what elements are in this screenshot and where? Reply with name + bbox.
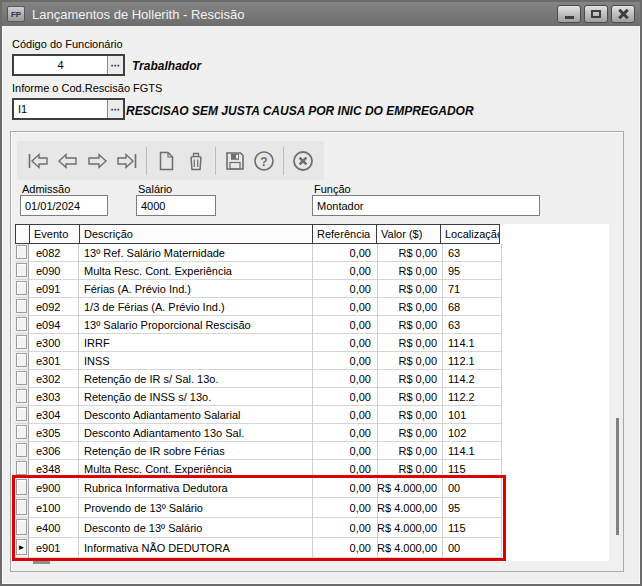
table-row[interactable]: e08213º Ref. Salário Maternidade0,00R$ 0… [15, 244, 609, 262]
cancel-button[interactable] [288, 146, 318, 176]
cell-referencia[interactable]: 0,00 [313, 460, 378, 478]
column-header-descricao[interactable]: Descrição [79, 224, 313, 244]
salario-input[interactable]: 4000 [136, 195, 216, 216]
cell-descricao[interactable]: Informativa NÃO DEDUTORA [79, 538, 313, 558]
cell-descricao[interactable]: INSS [79, 352, 313, 370]
cell-evento[interactable]: e301 [29, 352, 79, 370]
cell-valor[interactable]: R$ 0,00 [378, 244, 443, 262]
table-row[interactable]: e900Rubrica Informativa Dedutora0,00R$ 4… [15, 478, 609, 498]
table-row[interactable]: e302Retenção de IR s/ Sal. 13o.0,00R$ 0,… [15, 370, 609, 388]
table-row[interactable]: e348Multa Resc. Cont. Experiência0,00R$ … [15, 460, 609, 478]
minimize-button[interactable] [557, 5, 581, 23]
cell-evento[interactable]: e306 [29, 442, 79, 460]
cell-localizacao[interactable]: 112.2 [443, 388, 502, 406]
cell-referencia[interactable]: 0,00 [313, 370, 378, 388]
cell-referencia[interactable]: 0,00 [313, 316, 378, 334]
codigo-funcionario-field[interactable]: 4 ⋯ [12, 54, 125, 76]
last-record-button[interactable] [112, 146, 142, 176]
column-header-evento[interactable]: Evento [29, 224, 80, 244]
cell-valor[interactable]: R$ 0,00 [378, 316, 443, 334]
cell-localizacao[interactable]: 63 [443, 244, 502, 262]
cell-referencia[interactable]: 0,00 [313, 298, 378, 316]
cell-evento[interactable]: e100 [29, 498, 79, 518]
cell-valor[interactable]: R$ 0,00 [378, 352, 443, 370]
cell-localizacao[interactable]: 114.2 [443, 370, 502, 388]
cell-descricao[interactable]: IRRF [79, 334, 313, 352]
cell-descricao[interactable]: Provendo de 13º Salário [79, 498, 313, 518]
next-record-button[interactable] [83, 146, 113, 176]
table-row[interactable]: e305Desconto Adiantamento 13o Sal.0,00R$… [15, 424, 609, 442]
table-row[interactable]: e300IRRF0,00R$ 0,00114.1 [15, 334, 609, 352]
cell-evento[interactable]: e300 [29, 334, 79, 352]
insert-record-button[interactable] [151, 146, 181, 176]
cell-descricao[interactable]: Desconto Adiantamento Salarial [79, 406, 313, 424]
horizontal-scrollbar-thumb[interactable] [33, 561, 50, 564]
maximize-button[interactable] [584, 5, 608, 23]
cell-evento[interactable]: e304 [29, 406, 79, 424]
cell-evento[interactable]: e082 [29, 244, 79, 262]
cell-descricao[interactable]: Multa Resc. Cont. Experiência [79, 262, 313, 280]
cell-referencia[interactable]: 0,00 [313, 518, 378, 538]
cell-descricao[interactable]: 1/3 de Férias (A. Prévio Ind.) [79, 298, 313, 316]
table-row[interactable]: e091Férias (A. Prévio Ind.)0,00R$ 0,0071 [15, 280, 609, 298]
first-record-button[interactable] [23, 146, 53, 176]
cell-referencia[interactable]: 0,00 [313, 388, 378, 406]
cell-descricao[interactable]: Multa Resc. Cont. Experiência [79, 460, 313, 478]
funcao-input[interactable]: Montador [312, 195, 540, 216]
vertical-scrollbar-thumb[interactable] [616, 418, 619, 535]
cell-evento[interactable]: e092 [29, 298, 79, 316]
cell-localizacao[interactable]: 115 [443, 518, 502, 538]
cell-localizacao[interactable]: 95 [443, 498, 502, 518]
cell-evento[interactable]: e900 [29, 478, 79, 498]
codigo-lookup-button[interactable]: ⋯ [107, 56, 123, 74]
cell-valor[interactable]: R$ 4.000,00 [378, 518, 443, 538]
cod-rescisao-value[interactable]: I1 [14, 100, 107, 118]
codigo-funcionario-value[interactable]: 4 [14, 56, 107, 74]
table-row[interactable]: e306Retenção de IR sobre Férias0,00R$ 0,… [15, 442, 609, 460]
cell-valor[interactable]: R$ 0,00 [378, 334, 443, 352]
cell-valor[interactable]: R$ 0,00 [378, 388, 443, 406]
close-button[interactable] [611, 5, 635, 23]
table-row[interactable]: e400Desconto de 13º Salário0,00R$ 4.000,… [15, 518, 609, 538]
table-row[interactable]: e301INSS0,00R$ 0,00112.1 [15, 352, 609, 370]
table-row[interactable]: ►e901Informativa NÃO DEDUTORA0,00R$ 4.00… [15, 538, 609, 558]
table-row[interactable]: e0921/3 de Férias (A. Prévio Ind.)0,00R$… [15, 298, 609, 316]
admissao-input[interactable]: 01/01/2024 [20, 195, 108, 216]
cell-referencia[interactable]: 0,00 [313, 244, 378, 262]
cell-referencia[interactable]: 0,00 [313, 352, 378, 370]
table-row[interactable]: e303Retenção de INSS s/ 13o.0,00R$ 0,001… [15, 388, 609, 406]
cell-descricao[interactable]: 13º Salario Proporcional Rescisão [79, 316, 313, 334]
column-header-valor[interactable]: Valor ($) [376, 224, 441, 244]
cell-valor[interactable]: R$ 0,00 [378, 262, 443, 280]
cell-descricao[interactable]: Retenção de IR sobre Férias [79, 442, 313, 460]
prior-record-button[interactable] [53, 146, 83, 176]
cell-referencia[interactable]: 0,00 [313, 262, 378, 280]
cell-referencia[interactable]: 0,00 [313, 538, 378, 558]
table-row[interactable]: e100Provendo de 13º Salário0,00R$ 4.000,… [15, 498, 609, 518]
cell-valor[interactable]: R$ 0,00 [378, 424, 443, 442]
cell-localizacao[interactable]: 114.1 [443, 442, 502, 460]
cell-referencia[interactable]: 0,00 [313, 442, 378, 460]
cell-localizacao[interactable]: 95 [443, 262, 502, 280]
cell-evento[interactable]: e302 [29, 370, 79, 388]
cell-referencia[interactable]: 0,00 [313, 478, 378, 498]
eventos-grid[interactable]: Evento Descrição Referência Valor ($) Lo… [15, 224, 609, 561]
cell-referencia[interactable]: 0,00 [313, 334, 378, 352]
table-row[interactable]: e304Desconto Adiantamento Salarial0,00R$… [15, 406, 609, 424]
cell-valor[interactable]: R$ 0,00 [378, 298, 443, 316]
cell-descricao[interactable]: Desconto de 13º Salário [79, 518, 313, 538]
cell-valor[interactable]: R$ 4.000,00 [378, 498, 443, 518]
cell-evento[interactable]: e091 [29, 280, 79, 298]
cell-localizacao[interactable]: 101 [443, 406, 502, 424]
cell-localizacao[interactable]: 68 [443, 298, 502, 316]
cell-descricao[interactable]: Retenção de INSS s/ 13o. [79, 388, 313, 406]
cell-evento[interactable]: e094 [29, 316, 79, 334]
cell-descricao[interactable]: 13º Ref. Salário Maternidade [79, 244, 313, 262]
column-header-localizacao[interactable]: Localização [440, 224, 500, 244]
cell-evento[interactable]: e303 [29, 388, 79, 406]
cell-valor[interactable]: R$ 0,00 [378, 460, 443, 478]
cell-evento[interactable]: e400 [29, 518, 79, 538]
cell-descricao[interactable]: Retenção de IR s/ Sal. 13o. [79, 370, 313, 388]
cod-rescisao-field[interactable]: I1 ⋯ [12, 98, 125, 120]
cell-evento[interactable]: e305 [29, 424, 79, 442]
